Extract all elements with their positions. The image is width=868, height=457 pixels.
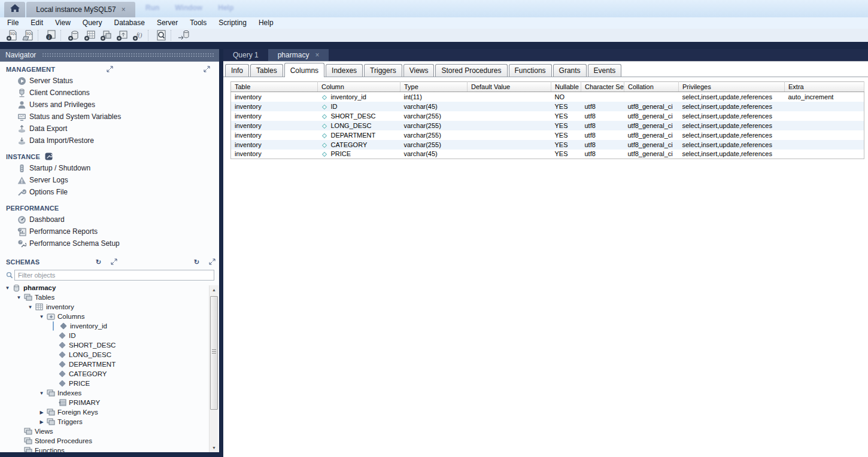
- expand-section-icon[interactable]: [209, 258, 216, 266]
- tab-views[interactable]: Views: [403, 64, 435, 77]
- filter-objects-input[interactable]: [14, 270, 214, 281]
- header-nullable[interactable]: Nullable: [551, 82, 581, 92]
- expand-section-icon[interactable]: [107, 66, 113, 72]
- collapse-arrow-icon[interactable]: ▼: [38, 314, 45, 319]
- tree-item-functions-folder[interactable]: Functions: [0, 446, 219, 452]
- instance-config-icon[interactable]: [45, 153, 53, 163]
- tree-item-column-ID[interactable]: ID: [0, 331, 219, 340]
- connection-tab[interactable]: Local instance MySQL57 ×: [26, 2, 135, 17]
- tab-triggers[interactable]: Triggers: [364, 64, 402, 77]
- header-type[interactable]: Type: [400, 82, 468, 92]
- create-view-icon[interactable]: [98, 29, 114, 42]
- tree-item-stored-procedures-folder[interactable]: Stored Procedures: [0, 436, 219, 446]
- section-schemas[interactable]: SCHEMAS ↻ ↻: [0, 257, 219, 267]
- tree-item-tables[interactable]: ▼ Tables: [0, 293, 219, 302]
- nav-item-performance-schema-setup[interactable]: Performance Schema Setup: [0, 237, 219, 249]
- header-default-value[interactable]: Default Value: [468, 82, 551, 92]
- header-privileges[interactable]: Privileges: [679, 82, 785, 92]
- section-management[interactable]: MANAGEMENT: [0, 64, 219, 75]
- table-inspector-icon[interactable]: i: [43, 29, 59, 42]
- tree-item-column-DEPARTMENT[interactable]: DEPARTMENT: [0, 359, 219, 369]
- header-extra[interactable]: Extra: [785, 82, 864, 92]
- expand-section-icon[interactable]: [111, 258, 117, 266]
- connection-tab-close-icon[interactable]: ×: [122, 5, 126, 14]
- menu-edit[interactable]: Edit: [25, 17, 49, 29]
- create-stored-procedure-icon[interactable]: [114, 29, 130, 42]
- menu-server[interactable]: Server: [151, 17, 184, 29]
- header-table[interactable]: Table: [231, 82, 318, 92]
- tree-scrollbar[interactable]: ▲ ▼: [209, 285, 218, 452]
- collapse-arrow-icon[interactable]: ▼: [38, 391, 45, 396]
- header-collation[interactable]: Collation: [624, 82, 679, 92]
- tree-item-index-PRIMARY[interactable]: PRIMARY: [0, 398, 219, 407]
- menu-scripting[interactable]: Scripting: [213, 17, 253, 29]
- menu-view[interactable]: View: [49, 17, 77, 29]
- tree-item-views-folder[interactable]: Views: [0, 426, 219, 436]
- tab-columns[interactable]: Columns: [284, 63, 324, 77]
- expand-arrow-icon[interactable]: ▶: [38, 410, 45, 415]
- menu-help[interactable]: Help: [253, 17, 280, 29]
- tab-events[interactable]: Events: [588, 64, 622, 77]
- grid-row-DEPARTMENT[interactable]: inventory DEPARTMENT varchar(255) YESutf…: [231, 130, 864, 140]
- reconnect-dbms-icon[interactable]: [175, 29, 192, 42]
- tab-pharmacy[interactable]: pharmacy ×: [268, 49, 329, 61]
- header-character-set[interactable]: Character Set: [581, 82, 624, 92]
- nav-item-status-variables[interactable]: Status and System Variables: [0, 111, 219, 123]
- tree-item-column-LONG_DESC[interactable]: LONG_DESC: [0, 350, 219, 359]
- new-sql-tab-icon[interactable]: SQL: [4, 29, 20, 42]
- menu-file[interactable]: File: [1, 17, 25, 29]
- tree-item-column-PRICE[interactable]: PRICE: [0, 379, 219, 388]
- nav-item-data-import[interactable]: Data Import/Restore: [0, 135, 219, 147]
- section-instance[interactable]: INSTANCE: [0, 151, 219, 162]
- collapse-arrow-icon[interactable]: ▼: [4, 285, 11, 291]
- tree-item-column-CATEGORY[interactable]: CATEGORY: [0, 369, 219, 379]
- tree-item-table-inventory[interactable]: ▼ inventory: [0, 302, 219, 312]
- grid-row-CATEGORY[interactable]: inventory CATEGORY varchar(255) YESutf8 …: [231, 140, 864, 150]
- create-schema-icon[interactable]: [65, 29, 81, 42]
- nav-item-data-export[interactable]: Data Export: [0, 123, 219, 135]
- close-tab-icon[interactable]: ×: [315, 51, 319, 59]
- create-table-icon[interactable]: [81, 29, 98, 42]
- refresh-schemas-icon[interactable]: ↻: [194, 258, 199, 266]
- header-column[interactable]: Column: [318, 82, 400, 92]
- tree-item-column-SHORT_DESC[interactable]: SHORT_DESC: [0, 340, 219, 350]
- tab-tables[interactable]: Tables: [250, 64, 283, 77]
- expand-section-icon[interactable]: [204, 66, 210, 72]
- nav-item-startup-shutdown[interactable]: Startup / Shutdown: [0, 162, 219, 174]
- tab-info[interactable]: Info: [225, 64, 249, 77]
- grid-row-LONG_DESC[interactable]: inventory LONG_DESC varchar(255) YESutf8…: [231, 121, 864, 130]
- scroll-down-icon[interactable]: ▼: [210, 443, 218, 452]
- tab-stored-procedures[interactable]: Stored Procedures: [435, 64, 507, 77]
- menu-database[interactable]: Database: [108, 17, 151, 29]
- grid-row-ID[interactable]: inventory ID varchar(45) YESutf8 utf8_ge…: [231, 102, 864, 111]
- home-tab[interactable]: [4, 2, 25, 17]
- tree-item-schema-pharmacy[interactable]: ▼ pharmacy: [0, 283, 219, 293]
- open-sql-script-icon[interactable]: SQL: [20, 29, 36, 42]
- tree-item-columns-folder[interactable]: ▼ Columns: [0, 312, 219, 321]
- expand-arrow-icon[interactable]: ▶: [38, 419, 45, 425]
- tab-functions[interactable]: Functions: [509, 64, 552, 77]
- tab-indexes[interactable]: Indexes: [326, 64, 363, 77]
- nav-item-dashboard[interactable]: Dashboard: [0, 214, 219, 226]
- collapse-arrow-icon[interactable]: ▼: [15, 295, 23, 300]
- section-performance[interactable]: PERFORMANCE: [0, 203, 219, 214]
- scrollbar-thumb[interactable]: [210, 296, 218, 410]
- grid-row-inventory_id[interactable]: inventory inventory_id int(11) NO select…: [231, 92, 864, 102]
- collapse-arrow-icon[interactable]: ▼: [26, 304, 34, 310]
- grid-row-SHORT_DESC[interactable]: inventory SHORT_DESC varchar(255) YESutf…: [231, 111, 864, 121]
- tree-item-foreign-keys-folder[interactable]: ▶ Foreign Keys: [0, 407, 219, 417]
- nav-item-performance-reports[interactable]: Performance Reports: [0, 226, 219, 237]
- create-function-icon[interactable]: f(): [130, 29, 146, 42]
- search-objects-icon[interactable]: [153, 29, 169, 42]
- nav-item-server-logs[interactable]: Server Logs: [0, 174, 219, 186]
- tree-item-column-inventory_id[interactable]: inventory_id: [0, 321, 219, 331]
- tab-grants[interactable]: Grants: [553, 64, 587, 77]
- tree-item-indexes-folder[interactable]: ▼ Indexes: [0, 388, 219, 398]
- nav-item-client-connections[interactable]: Client Connections: [0, 87, 219, 99]
- nav-item-users-privileges[interactable]: Users and Privileges: [0, 99, 219, 111]
- menu-tools[interactable]: Tools: [184, 17, 213, 29]
- tree-item-triggers-folder[interactable]: ▶ Triggers: [0, 417, 219, 426]
- refresh-schemas-icon[interactable]: ↻: [96, 258, 101, 266]
- scroll-up-icon[interactable]: ▲: [210, 285, 218, 294]
- grid-row-PRICE[interactable]: inventory PRICE varchar(45) YESutf8 utf8…: [231, 150, 864, 159]
